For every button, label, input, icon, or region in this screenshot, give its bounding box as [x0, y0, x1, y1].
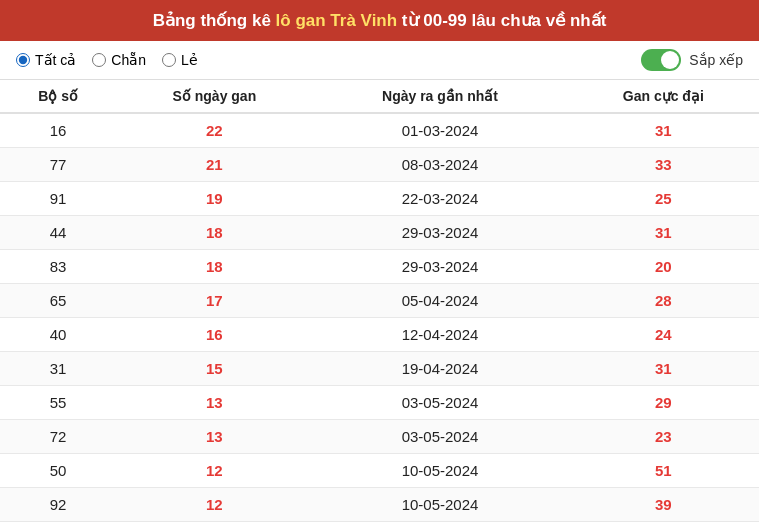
- cell-so-ngay-gan: 21: [116, 148, 312, 182]
- cell-bo-so: 55: [0, 386, 116, 420]
- table-row: 83 18 29-03-2024 20: [0, 250, 759, 284]
- radio-le[interactable]: Lẻ: [162, 52, 198, 68]
- cell-ngay-ra: 03-05-2024: [312, 420, 567, 454]
- cell-gan-cuc-dai: 24: [568, 318, 759, 352]
- data-table: Bộ số Số ngày gan Ngày ra gần nhất Gan c…: [0, 80, 759, 522]
- header: Bảng thống kê lô gan Trà Vinh từ 00-99 l…: [0, 0, 759, 41]
- table-row: 72 13 03-05-2024 23: [0, 420, 759, 454]
- table-row: 91 19 22-03-2024 25: [0, 182, 759, 216]
- cell-bo-so: 65: [0, 284, 116, 318]
- cell-ngay-ra: 08-03-2024: [312, 148, 567, 182]
- cell-gan-cuc-dai: 28: [568, 284, 759, 318]
- cell-ngay-ra: 05-04-2024: [312, 284, 567, 318]
- cell-so-ngay-gan: 12: [116, 454, 312, 488]
- cell-ngay-ra: 10-05-2024: [312, 454, 567, 488]
- table-row: 16 22 01-03-2024 31: [0, 113, 759, 148]
- radio-chan-label: Chẵn: [111, 52, 146, 68]
- sort-toggle: Sắp xếp: [641, 49, 743, 71]
- radio-le-label: Lẻ: [181, 52, 198, 68]
- table-row: 40 16 12-04-2024 24: [0, 318, 759, 352]
- cell-gan-cuc-dai: 39: [568, 488, 759, 522]
- radio-tat-ca-label: Tất cả: [35, 52, 76, 68]
- cell-gan-cuc-dai: 31: [568, 113, 759, 148]
- cell-so-ngay-gan: 18: [116, 216, 312, 250]
- col-so-ngay-gan: Số ngày gan: [116, 80, 312, 113]
- cell-bo-so: 44: [0, 216, 116, 250]
- controls-bar: Tất cả Chẵn Lẻ Sắp xếp: [0, 41, 759, 80]
- cell-ngay-ra: 22-03-2024: [312, 182, 567, 216]
- cell-gan-cuc-dai: 25: [568, 182, 759, 216]
- radio-chan[interactable]: Chẵn: [92, 52, 146, 68]
- table-row: 77 21 08-03-2024 33: [0, 148, 759, 182]
- header-highlight: lô gan Trà Vinh: [276, 11, 398, 30]
- cell-bo-so: 31: [0, 352, 116, 386]
- cell-gan-cuc-dai: 23: [568, 420, 759, 454]
- cell-so-ngay-gan: 19: [116, 182, 312, 216]
- sort-label: Sắp xếp: [689, 52, 743, 68]
- cell-bo-so: 16: [0, 113, 116, 148]
- cell-gan-cuc-dai: 51: [568, 454, 759, 488]
- cell-so-ngay-gan: 15: [116, 352, 312, 386]
- cell-gan-cuc-dai: 20: [568, 250, 759, 284]
- cell-bo-so: 50: [0, 454, 116, 488]
- cell-so-ngay-gan: 13: [116, 386, 312, 420]
- table-row: 44 18 29-03-2024 31: [0, 216, 759, 250]
- cell-ngay-ra: 10-05-2024: [312, 488, 567, 522]
- toggle-switch[interactable]: [641, 49, 681, 71]
- cell-ngay-ra: 29-03-2024: [312, 250, 567, 284]
- header-text: Bảng thống kê lô gan Trà Vinh từ 00-99 l…: [153, 11, 607, 30]
- cell-so-ngay-gan: 22: [116, 113, 312, 148]
- cell-ngay-ra: 01-03-2024: [312, 113, 567, 148]
- table-row: 65 17 05-04-2024 28: [0, 284, 759, 318]
- col-bo-so: Bộ số: [0, 80, 116, 113]
- cell-ngay-ra: 19-04-2024: [312, 352, 567, 386]
- table-row: 31 15 19-04-2024 31: [0, 352, 759, 386]
- radio-group: Tất cả Chẵn Lẻ: [16, 52, 198, 68]
- cell-bo-so: 92: [0, 488, 116, 522]
- cell-bo-so: 72: [0, 420, 116, 454]
- table-row: 55 13 03-05-2024 29: [0, 386, 759, 420]
- table-row: 50 12 10-05-2024 51: [0, 454, 759, 488]
- cell-gan-cuc-dai: 29: [568, 386, 759, 420]
- cell-ngay-ra: 03-05-2024: [312, 386, 567, 420]
- cell-so-ngay-gan: 18: [116, 250, 312, 284]
- cell-gan-cuc-dai: 31: [568, 352, 759, 386]
- cell-ngay-ra: 29-03-2024: [312, 216, 567, 250]
- radio-tat-ca[interactable]: Tất cả: [16, 52, 76, 68]
- cell-so-ngay-gan: 17: [116, 284, 312, 318]
- cell-gan-cuc-dai: 31: [568, 216, 759, 250]
- cell-so-ngay-gan: 12: [116, 488, 312, 522]
- cell-so-ngay-gan: 16: [116, 318, 312, 352]
- cell-bo-so: 77: [0, 148, 116, 182]
- toggle-slider: [641, 49, 681, 71]
- cell-bo-so: 91: [0, 182, 116, 216]
- cell-bo-so: 83: [0, 250, 116, 284]
- col-ngay-ra: Ngày ra gần nhất: [312, 80, 567, 113]
- table-header-row: Bộ số Số ngày gan Ngày ra gần nhất Gan c…: [0, 80, 759, 113]
- cell-so-ngay-gan: 13: [116, 420, 312, 454]
- cell-ngay-ra: 12-04-2024: [312, 318, 567, 352]
- col-gan-cuc-dai: Gan cực đại: [568, 80, 759, 113]
- table-row: 92 12 10-05-2024 39: [0, 488, 759, 522]
- cell-bo-so: 40: [0, 318, 116, 352]
- cell-gan-cuc-dai: 33: [568, 148, 759, 182]
